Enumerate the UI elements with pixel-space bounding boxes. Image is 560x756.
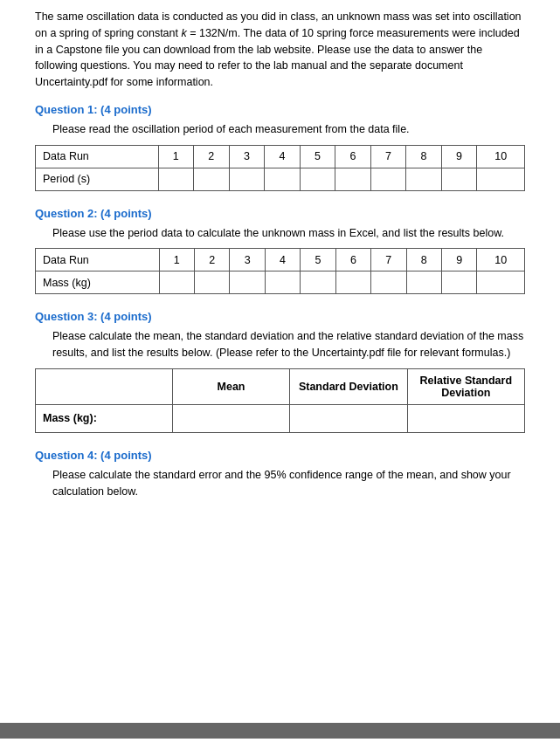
q1-col9: 9 — [441, 145, 477, 168]
q2-mass-7 — [371, 271, 406, 294]
q2-col6: 6 — [335, 249, 370, 271]
q1-col7: 7 — [370, 145, 406, 168]
question-2-title: Question 2: (4 points) — [35, 207, 525, 220]
q1-period-7 — [370, 168, 406, 190]
question-4-desc: Please calculate the standard error and … — [35, 467, 525, 500]
q1-col4: 4 — [265, 145, 301, 168]
q1-col5: 5 — [300, 145, 335, 168]
question-1-block: Question 1: (4 points) Please read the o… — [35, 103, 525, 191]
q1-row1-label: Data Run — [36, 145, 159, 168]
question-4-title: Question 4: (4 points) — [35, 449, 525, 462]
q1-period-3 — [229, 168, 265, 190]
q2-col3: 3 — [230, 249, 265, 271]
q3-empty-header — [36, 368, 173, 404]
q1-col1: 1 — [158, 145, 194, 168]
q2-mass-8 — [406, 271, 441, 294]
q3-mass-label: Mass (kg): — [36, 404, 173, 432]
q1-period-2 — [194, 168, 230, 190]
q2-mass-10 — [477, 271, 525, 294]
q1-period-8 — [406, 168, 442, 190]
q2-mass-3 — [230, 271, 265, 294]
question-1-desc: Please read the oscillation period of ea… — [35, 121, 525, 138]
page-divider — [0, 723, 560, 739]
q3-relstddev-value — [407, 404, 524, 432]
q1-col2: 2 — [194, 145, 230, 168]
q3-stddev-header: Standard Deviation — [290, 368, 407, 404]
q3-stddev-value — [290, 404, 407, 432]
q2-mass-9 — [441, 271, 476, 294]
q3-mean-value — [172, 404, 289, 432]
q2-row2-label: Mass (kg) — [36, 271, 160, 294]
main-page: The same oscillation data is conducted a… — [0, 0, 560, 714]
q2-col9: 9 — [441, 249, 476, 271]
question-1-table: Data Run 1 2 3 4 5 6 7 8 9 10 Period (s) — [35, 145, 525, 191]
q1-period-5 — [300, 168, 335, 190]
q1-period-10 — [477, 168, 525, 190]
q1-row2-label: Period (s) — [36, 168, 159, 190]
q2-col10: 10 — [477, 249, 525, 271]
q2-col7: 7 — [371, 249, 406, 271]
question-2-table: Data Run 1 2 3 4 5 6 7 8 9 10 Mass (kg) — [35, 248, 525, 294]
bottom-page: Question 5: (4 points) The reference val… — [0, 747, 560, 756]
q1-col10: 10 — [477, 145, 525, 168]
question-2-block: Question 2: (4 points) Please use the pe… — [35, 207, 525, 295]
q1-period-9 — [441, 168, 477, 190]
q2-col2: 2 — [195, 249, 230, 271]
question-3-title: Question 3: (4 points) — [35, 310, 525, 323]
math-k: k = 132N/m — [181, 27, 237, 39]
question-2-desc: Please use the period data to calculate … — [35, 225, 525, 242]
q2-col1: 1 — [159, 249, 194, 271]
q1-period-4 — [265, 168, 301, 190]
q2-col5: 5 — [301, 249, 335, 271]
q1-period-1 — [158, 168, 194, 190]
q2-mass-1 — [159, 271, 194, 294]
q1-col8: 8 — [406, 145, 442, 168]
question-1-title: Question 1: (4 points) — [35, 103, 525, 116]
q2-mass-6 — [335, 271, 370, 294]
q1-col6: 6 — [335, 145, 371, 168]
q2-mass-5 — [301, 271, 335, 294]
q2-col8: 8 — [406, 249, 441, 271]
question-3-table: Mean Standard Deviation Relative Standar… — [35, 368, 525, 433]
q4-answer-area — [35, 506, 525, 681]
q3-relstddev-header: Relative Standard Deviation — [407, 368, 524, 404]
q1-period-6 — [335, 168, 371, 190]
q1-col3: 3 — [229, 145, 265, 168]
q2-col4: 4 — [265, 249, 300, 271]
question-3-block: Question 3: (4 points) Please calculate … — [35, 310, 525, 433]
intro-text: The same oscillation data is conducted a… — [35, 9, 525, 91]
question-3-desc: Please calculate the mean, the standard … — [35, 328, 525, 361]
q2-mass-2 — [195, 271, 230, 294]
q3-mean-header: Mean — [172, 368, 289, 404]
q2-row1-label: Data Run — [36, 249, 160, 271]
question-4-block: Question 4: (4 points) Please calculate … — [35, 449, 525, 682]
q2-mass-4 — [265, 271, 300, 294]
